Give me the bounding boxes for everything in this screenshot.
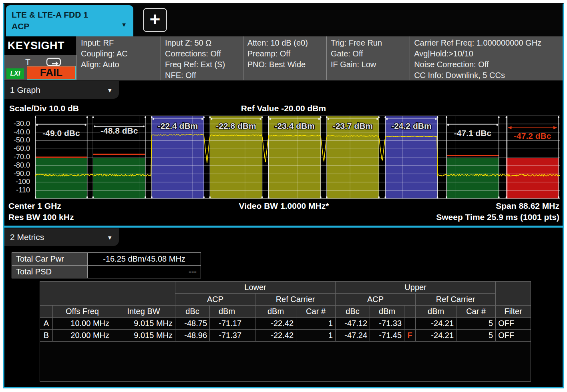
acp-cell: -71.17: [210, 318, 244, 330]
status-line: Input: RF: [81, 38, 157, 48]
total-power-table: Total Car Pwr -16.25 dBm/45.08 MHz Total…: [12, 252, 201, 278]
total-car-pwr-label: Total Car Pwr: [12, 253, 88, 266]
add-tab-button[interactable]: +: [143, 8, 167, 32]
y-tick-label: -30.0: [6, 120, 30, 128]
status-column-4[interactable]: Trig: Free RunGate: OffIF Gain: Low: [326, 36, 410, 80]
status-line: Atten: 10 dB (e0): [247, 38, 322, 48]
lower-dbc-header: dBc: [175, 306, 210, 318]
y-tick-label: -90.0: [6, 170, 30, 178]
center-freq-label[interactable]: Center 1 GHz: [8, 200, 61, 212]
acp-cell: B: [40, 330, 53, 342]
instrument-panel: KEYSIGHT T LXI FAIL: [4, 36, 76, 80]
status-header: KEYSIGHT T LXI FAIL Input: RFCoupling: A…: [4, 36, 563, 80]
plus-icon: +: [150, 9, 161, 30]
keysight-logo: KEYSIGHT: [4, 36, 76, 55]
measurement-tab[interactable]: LTE & LTE-A FDD 1 ACP ▼: [6, 5, 133, 36]
res-bw-label[interactable]: Res BW 100 kHz: [8, 212, 74, 223]
upper-car-header: Car #: [456, 306, 496, 318]
tab-bar: LTE & LTE-A FDD 1 ACP ▼ +: [4, 4, 563, 36]
acp-cell: -71.33: [370, 318, 404, 330]
table-column-header-row: Offs Freq Integ BW dBc dBm dBm Car # dBc…: [40, 306, 531, 318]
lower-group-header: Lower: [175, 282, 336, 294]
status-line: Freq Ref: Ext (S): [165, 59, 239, 70]
acp-cell: -71.45: [370, 330, 404, 342]
acp-cell: [244, 318, 255, 330]
acp-cell: -47.24: [336, 330, 370, 342]
spectrum-plot[interactable]: -49.0 dBc-48.8 dBc-22.4 dBm-22.8 dBm-23.…: [35, 116, 560, 199]
empty-cell: [40, 342, 531, 382]
status-line: Trig: Free Run: [331, 38, 406, 48]
metrics-view-selector[interactable]: 2 Metrics ▼: [4, 228, 119, 246]
upper-dbc-header: dBc: [336, 306, 370, 318]
blank-header: [40, 282, 175, 306]
acp-cell: 10.00 MHz: [53, 318, 112, 330]
acp-cell: -24.21: [416, 318, 456, 330]
status-columns: Input: RFCoupling: ACAlign: AutoInput Z:…: [76, 36, 563, 80]
total-psd-value: ---: [88, 266, 201, 278]
sweep-time-label[interactable]: Sweep Time 25.9 ms (1001 pts): [436, 212, 559, 223]
status-line: Avg|Hold:>10/10: [414, 48, 559, 59]
video-bw-label[interactable]: Video BW 1.0000 MHz*: [239, 200, 329, 212]
chevron-down-icon: ▼: [107, 229, 113, 246]
lower-dbm-header: dBm: [210, 306, 244, 318]
status-column-2[interactable]: Input Z: 50 ΩCorrections: OffFreq Ref: E…: [161, 36, 243, 80]
lower-ref-carrier-header: Ref Carrier: [255, 294, 336, 306]
table-row: Total Car Pwr -16.25 dBm/45.08 MHz: [12, 253, 201, 266]
lxi-badge: LXI: [6, 68, 24, 79]
region-power-label: -23.4 dBm: [275, 121, 315, 130]
status-line: Noise Correction: Off: [414, 59, 559, 70]
metrics-view-label: 2 Metrics: [10, 232, 44, 242]
status-line: Corrections: Off: [165, 48, 239, 59]
region-power-label: -24.2 dBm: [391, 121, 431, 130]
acp-cell: 1: [296, 318, 336, 330]
region-power-label: -23.7 dBm: [333, 121, 373, 130]
acp-cell: 5: [456, 330, 496, 342]
acp-cell: -48.75: [175, 318, 210, 330]
status-line: Align: Auto: [81, 59, 157, 70]
acp-cell: OFF: [496, 318, 531, 330]
upper-group-header: Upper: [336, 282, 496, 294]
span-label[interactable]: Span 88.62 MHz: [496, 200, 559, 212]
graph-window: 1 Graph ▼ Scale/Div 10.0 dB Ref Value -2…: [4, 80, 563, 226]
blank-header: [496, 282, 531, 306]
graph-view-selector[interactable]: 1 Graph ▼: [4, 81, 119, 99]
acp-results-table: Lower Upper ACP Ref Carrier ACP Ref Carr…: [40, 281, 531, 382]
status-line: IF Gain: Low: [331, 59, 406, 70]
acp-row-B: B20.00 MHz9.015 MHz-48.96-71.37-22.421-4…: [40, 330, 531, 342]
status-line: Preamp: Off: [247, 48, 322, 59]
graph-scale-row: Scale/Div 10.0 dB Ref Value -20.00 dBm: [9, 104, 558, 114]
acp-cell: -48.96: [175, 330, 210, 342]
y-tick-label: -70.0: [6, 153, 30, 161]
acp-cell: [244, 330, 255, 342]
status-line: Input Z: 50 Ω: [165, 38, 239, 48]
status-column-3[interactable]: Atten: 10 dB (e0)Preamp: OffPNO: Best Wi…: [243, 36, 326, 80]
status-line: Gate: Off: [331, 48, 406, 59]
lower-flag-header: [244, 306, 255, 318]
y-axis-labels: -30.0-40.0-50.0-60.0-70.0-80.0-90.0-100-…: [4, 116, 32, 199]
y-tick-label: -60.0: [6, 144, 30, 153]
trigger-indicator[interactable]: T: [25, 57, 30, 67]
integ-bw-header: Integ BW: [112, 306, 175, 318]
region-power-label: -22.8 dBm: [216, 121, 256, 130]
acp-cell: -24.21: [416, 330, 456, 342]
scale-div-label[interactable]: Scale/Div 10.0 dB: [9, 104, 79, 113]
status-line: PNO: Best Wide: [247, 59, 322, 70]
upper-acp-header: ACP: [336, 294, 416, 306]
region-power-label: -49.0 dBc: [42, 128, 80, 138]
acp-cell: [404, 318, 416, 330]
acp-cell: OFF: [496, 330, 531, 342]
metrics-window: 2 Metrics ▼ Total Car Pwr -16.25 dBm/45.…: [4, 228, 563, 387]
offs-freq-header: Offs Freq: [53, 306, 112, 318]
chevron-down-icon: ▼: [107, 82, 113, 99]
region-power-label: -47.1 dBc: [454, 128, 492, 138]
ref-value-label[interactable]: Ref Value -20.00 dBm: [241, 104, 326, 113]
acp-cell: A: [40, 318, 53, 330]
acp-cell: 1: [296, 330, 336, 342]
fail-badge[interactable]: FAIL: [27, 66, 76, 80]
status-column-5[interactable]: Carrier Ref Freq: 1.000000000 GHzAvg|Hol…: [410, 36, 563, 80]
status-column-1[interactable]: Input: RFCoupling: ACAlign: Auto: [76, 36, 161, 80]
table-row: Total PSD ---: [12, 266, 201, 278]
lower-acp-header: ACP: [175, 294, 255, 306]
acp-cell: -22.42: [255, 318, 296, 330]
total-car-pwr-value: -16.25 dBm/45.08 MHz: [88, 253, 201, 266]
